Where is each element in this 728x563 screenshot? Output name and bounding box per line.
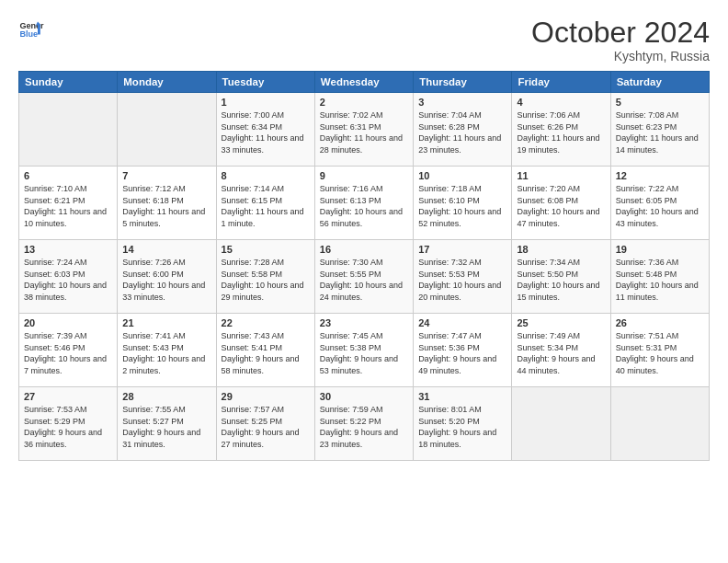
day-number: 29 (222, 391, 310, 402)
day-number: 16 (320, 244, 408, 255)
day-number: 5 (616, 97, 704, 108)
cell-info: Sunrise: 8:01 AMSunset: 5:20 PMDaylight:… (418, 405, 496, 449)
header-monday: Monday (118, 72, 216, 93)
cell-info: Sunrise: 7:30 AMSunset: 5:55 PMDaylight:… (320, 258, 403, 302)
calendar-cell (19, 93, 118, 167)
day-number: 31 (418, 391, 506, 402)
cell-info: Sunrise: 7:12 AMSunset: 6:18 PMDaylight:… (122, 184, 205, 228)
calendar-week-3: 20 Sunrise: 7:39 AMSunset: 5:46 PMDaylig… (19, 314, 710, 387)
svg-text:General: General (19, 21, 44, 30)
header-sunday: Sunday (19, 72, 118, 93)
calendar-cell: 29 Sunrise: 7:57 AMSunset: 5:25 PMDaylig… (216, 387, 314, 461)
day-number: 18 (517, 244, 605, 255)
cell-info: Sunrise: 7:43 AMSunset: 5:41 PMDaylight:… (222, 331, 300, 375)
calendar-week-2: 13 Sunrise: 7:24 AMSunset: 6:03 PMDaylig… (19, 240, 710, 314)
svg-text:Blue: Blue (19, 29, 38, 39)
cell-info: Sunrise: 7:04 AMSunset: 6:28 PMDaylight:… (418, 110, 501, 155)
logo: General Blue (18, 17, 44, 42)
calendar-cell: 30 Sunrise: 7:59 AMSunset: 5:22 PMDaylig… (314, 387, 413, 461)
location: Kyshtym, Russia (531, 49, 710, 63)
calendar-cell: 20 Sunrise: 7:39 AMSunset: 5:46 PMDaylig… (19, 314, 118, 387)
cell-info: Sunrise: 7:16 AMSunset: 6:13 PMDaylight:… (320, 184, 403, 228)
cell-info: Sunrise: 7:06 AMSunset: 6:26 PMDaylight:… (517, 110, 599, 155)
month-title: October 2024 (531, 17, 710, 49)
calendar-page: General Blue October 2024 Kyshtym, Russi… (0, 0, 728, 563)
calendar-cell: 5 Sunrise: 7:08 AMSunset: 6:23 PMDayligh… (610, 93, 709, 167)
cell-info: Sunrise: 7:34 AMSunset: 5:50 PMDaylight:… (517, 258, 599, 302)
cell-info: Sunrise: 7:10 AMSunset: 6:21 PMDaylight:… (24, 184, 107, 228)
cell-info: Sunrise: 7:39 AMSunset: 5:46 PMDaylight:… (24, 331, 107, 375)
cell-info: Sunrise: 7:00 AMSunset: 6:34 PMDaylight:… (222, 110, 304, 155)
day-number: 23 (320, 317, 408, 328)
calendar-cell: 26 Sunrise: 7:51 AMSunset: 5:31 PMDaylig… (610, 314, 709, 387)
calendar-cell (610, 387, 709, 461)
day-number: 7 (122, 170, 210, 181)
day-number: 19 (616, 244, 704, 255)
day-number: 26 (616, 317, 704, 328)
day-number: 1 (222, 97, 310, 108)
cell-info: Sunrise: 7:32 AMSunset: 5:53 PMDaylight:… (418, 258, 501, 302)
calendar-cell: 3 Sunrise: 7:04 AMSunset: 6:28 PMDayligh… (414, 93, 512, 167)
calendar-cell: 13 Sunrise: 7:24 AMSunset: 6:03 PMDaylig… (19, 240, 118, 314)
calendar-cell: 9 Sunrise: 7:16 AMSunset: 6:13 PMDayligh… (314, 167, 413, 240)
header-saturday: Saturday (610, 72, 709, 93)
cell-info: Sunrise: 7:18 AMSunset: 6:10 PMDaylight:… (418, 184, 501, 228)
calendar-cell: 28 Sunrise: 7:55 AMSunset: 5:27 PMDaylig… (118, 387, 216, 461)
calendar-cell: 12 Sunrise: 7:22 AMSunset: 6:05 PMDaylig… (610, 167, 709, 240)
calendar-cell: 14 Sunrise: 7:26 AMSunset: 6:00 PMDaylig… (118, 240, 216, 314)
cell-info: Sunrise: 7:02 AMSunset: 6:31 PMDaylight:… (320, 110, 403, 155)
calendar-cell: 1 Sunrise: 7:00 AMSunset: 6:34 PMDayligh… (216, 93, 314, 167)
calendar-cell: 27 Sunrise: 7:53 AMSunset: 5:29 PMDaylig… (19, 387, 118, 461)
calendar-cell: 4 Sunrise: 7:06 AMSunset: 6:26 PMDayligh… (512, 93, 610, 167)
calendar-cell: 11 Sunrise: 7:20 AMSunset: 6:08 PMDaylig… (512, 167, 610, 240)
day-number: 30 (320, 391, 408, 402)
day-number: 8 (222, 170, 310, 181)
day-number: 12 (616, 170, 704, 181)
calendar-cell: 31 Sunrise: 8:01 AMSunset: 5:20 PMDaylig… (414, 387, 512, 461)
day-number: 11 (517, 170, 605, 181)
calendar-cell: 16 Sunrise: 7:30 AMSunset: 5:55 PMDaylig… (314, 240, 413, 314)
cell-info: Sunrise: 7:14 AMSunset: 6:15 PMDaylight:… (222, 184, 304, 228)
header-wednesday: Wednesday (314, 72, 413, 93)
calendar-cell: 15 Sunrise: 7:28 AMSunset: 5:58 PMDaylig… (216, 240, 314, 314)
calendar-cell: 2 Sunrise: 7:02 AMSunset: 6:31 PMDayligh… (314, 93, 413, 167)
day-number: 27 (24, 391, 112, 402)
calendar-cell: 10 Sunrise: 7:18 AMSunset: 6:10 PMDaylig… (414, 167, 512, 240)
title-block: October 2024 Kyshtym, Russia (531, 17, 710, 63)
cell-info: Sunrise: 7:55 AMSunset: 5:27 PMDaylight:… (122, 405, 200, 449)
header-row: Sunday Monday Tuesday Wednesday Thursday… (19, 72, 710, 93)
cell-info: Sunrise: 7:51 AMSunset: 5:31 PMDaylight:… (616, 331, 694, 375)
day-number: 22 (222, 317, 310, 328)
cell-info: Sunrise: 7:59 AMSunset: 5:22 PMDaylight:… (320, 405, 398, 449)
calendar-cell: 17 Sunrise: 7:32 AMSunset: 5:53 PMDaylig… (414, 240, 512, 314)
cell-info: Sunrise: 7:20 AMSunset: 6:08 PMDaylight:… (517, 184, 599, 228)
calendar-cell (512, 387, 610, 461)
cell-info: Sunrise: 7:53 AMSunset: 5:29 PMDaylight:… (24, 405, 102, 449)
calendar-week-1: 6 Sunrise: 7:10 AMSunset: 6:21 PMDayligh… (19, 167, 710, 240)
header-tuesday: Tuesday (216, 72, 314, 93)
day-number: 15 (222, 244, 310, 255)
day-number: 2 (320, 97, 408, 108)
day-number: 10 (418, 170, 506, 181)
calendar-cell (118, 93, 216, 167)
header-thursday: Thursday (414, 72, 512, 93)
day-number: 13 (24, 244, 112, 255)
cell-info: Sunrise: 7:45 AMSunset: 5:38 PMDaylight:… (320, 331, 398, 375)
cell-info: Sunrise: 7:22 AMSunset: 6:05 PMDaylight:… (616, 184, 699, 228)
calendar-cell: 6 Sunrise: 7:10 AMSunset: 6:21 PMDayligh… (19, 167, 118, 240)
header-friday: Friday (512, 72, 610, 93)
day-number: 4 (517, 97, 605, 108)
calendar-cell: 18 Sunrise: 7:34 AMSunset: 5:50 PMDaylig… (512, 240, 610, 314)
calendar-week-4: 27 Sunrise: 7:53 AMSunset: 5:29 PMDaylig… (19, 387, 710, 461)
cell-info: Sunrise: 7:41 AMSunset: 5:43 PMDaylight:… (122, 331, 205, 375)
cell-info: Sunrise: 7:26 AMSunset: 6:00 PMDaylight:… (122, 258, 205, 302)
cell-info: Sunrise: 7:08 AMSunset: 6:23 PMDaylight:… (616, 110, 699, 155)
calendar-cell: 7 Sunrise: 7:12 AMSunset: 6:18 PMDayligh… (118, 167, 216, 240)
calendar-cell: 8 Sunrise: 7:14 AMSunset: 6:15 PMDayligh… (216, 167, 314, 240)
day-number: 20 (24, 317, 112, 328)
page-header: General Blue October 2024 Kyshtym, Russi… (18, 17, 710, 63)
cell-info: Sunrise: 7:28 AMSunset: 5:58 PMDaylight:… (222, 258, 304, 302)
day-number: 6 (24, 170, 112, 181)
calendar-week-0: 1 Sunrise: 7:00 AMSunset: 6:34 PMDayligh… (19, 93, 710, 167)
day-number: 17 (418, 244, 506, 255)
